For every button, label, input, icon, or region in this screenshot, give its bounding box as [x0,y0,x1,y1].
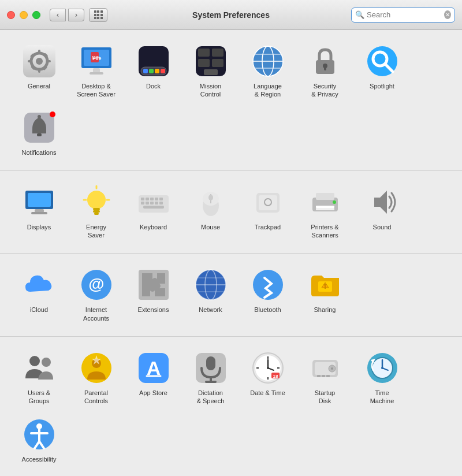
pref-item-trackpad[interactable]: Trackpad [240,180,295,244]
pref-item-sound[interactable]: Sound [355,180,409,244]
general-icon [22,44,57,79]
pref-item-language[interactable]: Language& Region [240,39,295,103]
pref-item-icloud[interactable]: iCloud [12,263,66,327]
dictation-icon [193,351,228,385]
svg-rect-61 [159,198,163,200]
mission-label: MissionControl [200,82,221,99]
pref-item-dictation[interactable]: Dictation& Speech [183,346,238,410]
back-button[interactable]: ‹ [50,9,66,21]
spotlight-label: Spotlight [370,82,394,90]
forward-button[interactable]: › [68,9,84,21]
language-label: Language& Region [254,82,282,99]
dictation-label: Dictation& Speech [197,389,225,406]
svg-rect-65 [155,202,158,204]
notification-badge [50,111,55,117]
svg-point-49 [87,191,106,209]
svg-rect-50 [93,208,100,210]
svg-point-79 [333,200,336,204]
users-label: Users &Groups [28,389,50,406]
pref-item-desktop[interactable]: File New Desktop &Screen Saver [69,39,124,103]
search-icon: 🔍 [355,10,364,19]
hardware-section: Displays Ener [0,171,462,254]
maximize-button[interactable] [32,11,40,19]
pref-item-general[interactable]: General [12,39,66,103]
svg-rect-121 [322,375,325,377]
energy-label: EnergySaver [86,223,106,240]
pref-item-displays[interactable]: Displays [12,180,66,244]
notifications-label: Notifications [22,148,57,157]
grid-view-button[interactable] [89,8,107,22]
svg-rect-20 [143,69,148,73]
pref-item-timemachine[interactable]: TimeMachine [355,346,409,410]
internet-section: iCloud @ InternetAccounts [0,254,462,337]
svg-rect-51 [93,210,100,213]
pref-item-mission[interactable]: MissionControl [183,39,238,103]
svg-text:@: @ [88,275,104,293]
svg-rect-4 [38,68,40,73]
spotlight-icon [365,44,400,79]
svg-rect-73 [259,195,277,210]
pref-item-extensions[interactable]: Extensions [126,263,181,327]
svg-rect-60 [155,198,158,200]
svg-rect-22 [155,69,159,73]
svg-rect-21 [149,69,154,73]
nav-buttons: ‹ › [50,9,84,21]
clear-search-button[interactable]: ✕ [444,10,451,19]
timemachine-label: TimeMachine [370,389,394,406]
pref-item-keyboard[interactable]: Keyboard [126,180,181,244]
pref-item-dock[interactable]: Dock [126,39,181,103]
pref-item-printers[interactable]: Printers &Scanners [297,180,352,244]
svg-point-71 [208,195,213,200]
parental-icon [79,351,114,385]
pref-item-users[interactable]: Users &Groups [12,346,66,410]
datetime-label: Date & Time [250,389,285,397]
svg-rect-5 [28,60,32,62]
system-items-grid: Users &Groups ParentalControls [12,346,450,468]
svg-point-131 [381,367,383,369]
notifications-icon [22,110,57,145]
pref-item-appstore[interactable]: A App Store [126,346,181,410]
pref-item-internet-accounts[interactable]: @ InternetAccounts [69,263,124,327]
trackpad-icon [251,185,285,220]
svg-rect-120 [317,375,321,377]
svg-point-124 [331,367,333,370]
displays-icon [22,185,57,220]
pref-item-mouse[interactable]: Mouse [183,180,238,244]
network-icon [193,267,228,302]
close-button[interactable] [7,11,15,19]
pref-item-datetime[interactable]: 18 Date & Time [240,346,295,410]
traffic-lights [7,11,40,19]
svg-rect-25 [198,49,210,57]
internet-accounts-label: InternetAccounts [83,306,109,322]
svg-rect-59 [150,198,154,200]
security-label: Security& Privacy [311,82,338,99]
search-input[interactable] [367,10,444,19]
svg-rect-78 [316,208,334,210]
svg-point-94 [324,284,326,286]
pref-item-security[interactable]: Security& Privacy [297,39,352,103]
displays-label: Displays [27,223,51,231]
mouse-icon [193,185,228,220]
pref-item-bluetooth[interactable]: Bluetooth [240,263,295,327]
svg-rect-43 [37,133,42,136]
pref-item-spotlight[interactable]: Spotlight [355,39,409,103]
pref-item-parental[interactable]: ParentalControls [69,346,124,410]
sound-label: Sound [373,223,392,231]
keyboard-icon [136,185,171,220]
pref-item-sharing[interactable]: Sharing [297,263,352,327]
pref-item-notifications[interactable]: Notifications [12,106,66,161]
pref-item-energy[interactable]: EnergySaver [69,180,124,244]
svg-point-2 [36,58,43,65]
pref-item-accessibility[interactable]: Accessibility [12,412,66,468]
timemachine-icon [365,351,400,385]
svg-rect-26 [212,49,223,57]
svg-rect-122 [326,375,330,377]
personal-section: General File New [0,30,462,171]
users-icon [22,351,57,385]
internet-items-grid: iCloud @ InternetAccounts [12,263,450,327]
mission-icon [193,44,228,79]
pref-item-startup[interactable]: StartupDisk [297,346,352,410]
sharing-label: Sharing [314,306,336,314]
pref-item-network[interactable]: Network [183,263,238,327]
minimize-button[interactable] [20,11,28,19]
